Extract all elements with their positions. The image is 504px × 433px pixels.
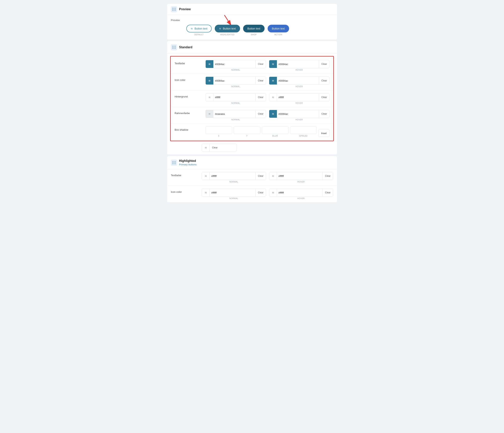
boxshadow-swatch[interactable]: ≋	[202, 144, 210, 151]
shadow-blur-input[interactable]	[262, 126, 288, 134]
dot	[175, 162, 176, 163]
hl-textfarbe-hover-group: ≋ Clear HOVER	[269, 172, 333, 183]
hl-iconcolor-normal-clear[interactable]: Clear	[255, 189, 266, 196]
btn-shop[interactable]: Button text	[243, 25, 265, 32]
inset-button[interactable]: Inset	[318, 129, 329, 137]
hl-iconcolor-hover-swatch[interactable]: ≋	[269, 189, 277, 196]
boxshadow-label: Box shadow	[175, 126, 202, 131]
btn-action-type-label: ACTION	[274, 34, 282, 36]
swatch-icon-hltf-hover: ≋	[272, 174, 274, 177]
btn-action-label: Button text	[272, 27, 285, 30]
swatch-icon-hltf-normal: ≋	[205, 174, 207, 177]
hintergrund-label: Hintergrund	[175, 93, 202, 98]
btn-group-action: Button text ACTION	[268, 25, 289, 36]
hl-textfarbe-hover-value[interactable]	[277, 175, 323, 177]
dot	[174, 46, 174, 46]
iconcolor-normal-value[interactable]	[213, 79, 255, 82]
swatch-icon-bs: ≋	[205, 146, 207, 149]
highlighted-grid-icon	[171, 159, 177, 166]
iconcolor-normal-input: ≋ Clear	[206, 77, 266, 85]
rahmenfarbe-hover-value[interactable]	[277, 113, 319, 115]
hintergrund-hover-swatch[interactable]: ≋	[269, 93, 277, 101]
iconcolor-hover-swatch[interactable]: ≋	[269, 77, 277, 85]
textfarbe-hover-input: ≋ Clear	[269, 60, 329, 68]
boxshadow-clear-btn[interactable]: Clear	[210, 144, 236, 151]
rahmenfarbe-normal-swatch[interactable]: ≋	[206, 110, 213, 118]
hl-textfarbe-normal-group: ≋ Clear NORMAL	[202, 172, 266, 183]
property-row-boxshadow: Box shadow X Y	[171, 124, 333, 140]
btn-highlighted[interactable]: ≋ Button text	[215, 25, 240, 32]
iconcolor-normal-clear[interactable]: Clear	[255, 77, 266, 85]
hl-iconcolor-normal-group: ≋ Clear NORMAL	[202, 188, 266, 200]
hover-sublabel2: HOVER	[269, 86, 329, 88]
hl-textfarbe-label: Textfarbe	[171, 172, 198, 177]
hover-sublabel: HOVER	[269, 69, 329, 71]
rahmenfarbe-hover-input: ≋ Clear	[269, 110, 329, 118]
dot	[175, 47, 176, 48]
hintergrund-normal-clear[interactable]: Clear	[255, 93, 266, 101]
btn-default-type-label: DEFAULT	[194, 34, 204, 36]
x-sublabel: X	[206, 135, 232, 137]
boxshadow-color-row: ≋ Clear	[167, 143, 337, 155]
standard-header: Standard	[167, 41, 337, 54]
rahmenfarbe-normal-value[interactable]	[213, 113, 255, 115]
hintergrund-hover-value[interactable]	[277, 96, 319, 99]
dot	[174, 162, 174, 163]
hl-textfarbe-normal-clear[interactable]: Clear	[255, 172, 266, 180]
boxshadow-color-label	[171, 143, 198, 145]
blur-sublabel: BLUR	[262, 135, 288, 137]
hl-iconcolor-hover-value[interactable]	[277, 191, 323, 194]
property-row-hintergrund: Hintergrund ≋ Clear NORMAL	[171, 90, 333, 107]
rahmenfarbe-hover-clear[interactable]: Clear	[319, 110, 329, 118]
swatch-icon-ic-hover: ≋	[272, 79, 274, 82]
hintergrund-hover-clear[interactable]: Clear	[319, 93, 329, 101]
hl-property-row-iconcolor: Icon color ≋ Clear NORMAL	[167, 186, 337, 203]
standard-grid-icon	[171, 44, 177, 50]
textfarbe-hover-value[interactable]	[277, 63, 319, 66]
textfarbe-hover-swatch[interactable]: ≋	[269, 60, 277, 68]
grid-dots-standard	[172, 46, 176, 49]
preview-label: Preview	[171, 19, 333, 22]
iconcolor-color-fields: ≋ Clear NORMAL ≋	[206, 77, 329, 88]
grid-dots-highlighted	[172, 161, 176, 164]
hl-iconcolor-color-fields: ≋ Clear NORMAL ≋ Clea	[202, 188, 333, 200]
hl-iconcolor-hover-clear[interactable]: Clear	[323, 189, 333, 196]
btn-default[interactable]: ≋ Button text	[186, 25, 212, 32]
hl-textfarbe-normal-value[interactable]	[210, 175, 255, 177]
hl-hover-sublabel2: HOVER	[269, 197, 333, 200]
textfarbe-hover-clear[interactable]: Clear	[319, 60, 329, 68]
preview-content: Preview ≋ Button text DEFAULT ≋	[167, 15, 337, 40]
hintergrund-normal-swatch[interactable]: ≋	[206, 93, 213, 101]
rahmenfarbe-label: Rahmenfarbe	[175, 110, 202, 115]
textfarbe-hover-group: ≋ Clear HOVER	[269, 60, 329, 71]
highlighted-header: Highlighted Primary buttons	[167, 156, 337, 169]
textfarbe-normal-input: ≋ Clear	[206, 60, 266, 68]
textfarbe-normal-clear[interactable]: Clear	[255, 60, 266, 68]
rahmenfarbe-hover-group: ≋ Clear HOVER	[269, 110, 329, 121]
hl-textfarbe-normal-swatch[interactable]: ≋	[202, 172, 210, 180]
hl-iconcolor-hover-input: ≋ Clear	[269, 188, 333, 197]
hl-textfarbe-hover-clear[interactable]: Clear	[323, 172, 333, 180]
hl-iconcolor-normal-swatch[interactable]: ≋	[202, 189, 210, 196]
btn-action[interactable]: Button text	[268, 25, 289, 32]
rahmenfarbe-normal-clear[interactable]: Clear	[255, 110, 266, 118]
iconcolor-hover-clear[interactable]: Clear	[319, 77, 329, 85]
textfarbe-normal-value[interactable]	[213, 63, 255, 66]
hintergrund-normal-value[interactable]	[213, 96, 255, 99]
iconcolor-normal-swatch[interactable]: ≋	[206, 77, 213, 85]
hl-iconcolor-normal-value[interactable]	[210, 191, 255, 194]
hl-textfarbe-hover-swatch[interactable]: ≋	[269, 172, 277, 180]
standard-section: Standard Textfarbe ≋ Clea	[167, 41, 337, 155]
shadow-x-input[interactable]	[206, 126, 232, 134]
btn-default-label: Button text	[194, 27, 207, 30]
textfarbe-normal-swatch[interactable]: ≋	[206, 60, 213, 68]
swatch-icon-rf-hover: ≋	[272, 112, 274, 115]
grid-dots	[172, 8, 176, 11]
iconcolor-hover-value[interactable]	[277, 79, 319, 82]
swatch-icon-ic-normal: ≋	[208, 79, 211, 82]
btn-highlighted-label: Button text	[223, 27, 236, 30]
boxshadow-color-field: ≋ Clear	[202, 143, 333, 152]
shadow-y-input[interactable]	[234, 126, 260, 134]
rahmenfarbe-hover-swatch[interactable]: ≋	[269, 110, 277, 118]
shadow-spread-input[interactable]	[290, 126, 317, 134]
